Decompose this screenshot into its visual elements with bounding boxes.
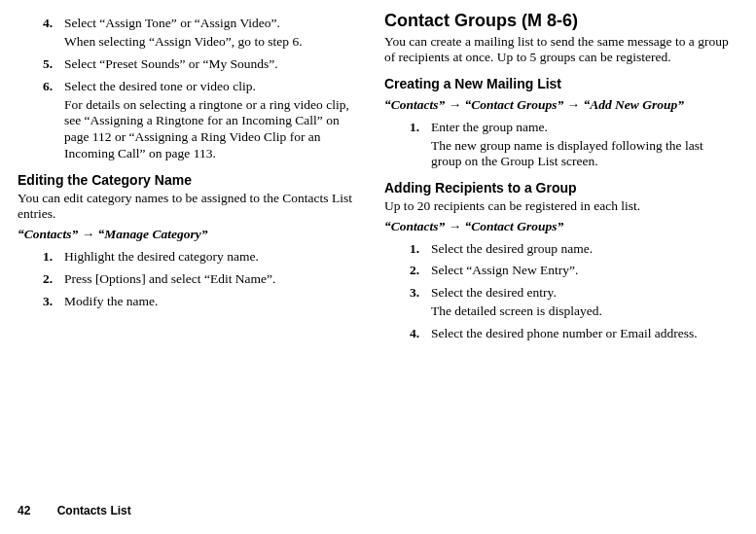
- creating-mailing-list-heading: Creating a New Mailing List: [384, 76, 730, 93]
- arrow-icon: →: [449, 97, 462, 112]
- path-part: “Manage Category”: [98, 227, 208, 241]
- add-step-3-note: The detailed screen is displayed.: [431, 303, 730, 320]
- step-6-note: For details on selecting a ringtone or a…: [64, 97, 363, 163]
- step-number: 1.: [43, 249, 64, 266]
- adding-recipients-heading: Adding Recipients to a Group: [384, 180, 730, 197]
- step-6: 6. Select the desired tone or video clip…: [43, 79, 363, 95]
- step-number: 2.: [43, 271, 64, 288]
- page-footer: 42 Contacts List: [18, 504, 131, 518]
- create-step-1: 1. Enter the group name.: [410, 120, 730, 136]
- page-number: 42: [18, 504, 30, 517]
- contact-groups-heading: Contact Groups (M 8-6): [384, 10, 730, 32]
- step-text: Enter the group name.: [431, 120, 730, 136]
- step-number: 3.: [410, 285, 431, 302]
- editing-category-path: “Contacts” → “Manage Category”: [18, 227, 363, 243]
- contact-groups-intro: You can create a mailing list to send th…: [384, 34, 730, 67]
- step-number: 6.: [43, 79, 64, 95]
- create-step-1-note: The new group name is displayed followin…: [431, 138, 730, 171]
- right-column: Contact Groups (M 8-6) You can create a …: [384, 10, 730, 344]
- path-part: “Contact Groups”: [465, 97, 564, 112]
- step-text: Press [Options] and select “Edit Name”.: [64, 271, 363, 288]
- step-text: Select the desired entry.: [431, 285, 730, 302]
- step-number: 2.: [410, 263, 431, 279]
- page: 4. Select “Assign Tone” or “Assign Video…: [0, 0, 756, 534]
- step-text: Select the desired tone or video clip.: [64, 79, 363, 95]
- step-text: Select the desired group name.: [431, 241, 730, 258]
- step-4-note: When selecting “Assign Video”, go to ste…: [64, 34, 363, 51]
- path-part: “Contacts”: [384, 97, 445, 112]
- step-5: 5. Select “Preset Sounds” or “My Sounds”…: [43, 56, 363, 73]
- arrow-icon: →: [567, 97, 581, 112]
- section-name: Contacts List: [57, 504, 131, 517]
- creating-mailing-list-path: “Contacts” → “Contact Groups” → “Add New…: [384, 97, 730, 114]
- edit-step-1: 1. Highlight the desired category name.: [43, 249, 363, 266]
- editing-category-heading: Editing the Category Name: [18, 172, 363, 190]
- add-step-3: 3. Select the desired entry.: [410, 285, 730, 302]
- adding-recipients-path: “Contacts” → “Contact Groups”: [384, 219, 730, 235]
- step-number: 1.: [410, 241, 431, 258]
- step-4: 4. Select “Assign Tone” or “Assign Video…: [43, 16, 363, 32]
- step-number: 5.: [43, 56, 64, 73]
- adding-recipients-desc: Up to 20 recipients can be registered in…: [384, 198, 730, 215]
- arrow-icon: →: [449, 219, 462, 233]
- arrow-icon: →: [82, 227, 95, 241]
- heading-text: Contact Groups: [384, 11, 517, 30]
- step-text: Highlight the desired category name.: [64, 249, 363, 266]
- edit-step-3: 3. Modify the name.: [43, 294, 363, 310]
- step-number: 1.: [410, 120, 431, 136]
- left-column: 4. Select “Assign Tone” or “Assign Video…: [18, 10, 363, 344]
- edit-step-2: 2. Press [Options] and select “Edit Name…: [43, 271, 363, 288]
- step-text: Select “Assign New Entry”.: [431, 263, 730, 279]
- editing-category-desc: You can edit category names to be assign…: [18, 191, 363, 224]
- add-step-2: 2. Select “Assign New Entry”.: [410, 263, 730, 279]
- step-text: Modify the name.: [64, 294, 363, 310]
- menu-code: (M 8-6): [517, 11, 578, 30]
- add-step-1: 1. Select the desired group name.: [410, 241, 730, 258]
- add-step-4: 4. Select the desired phone number or Em…: [410, 326, 730, 342]
- step-number: 4.: [410, 326, 431, 342]
- path-part: “Contacts”: [384, 219, 445, 233]
- path-part: “Contact Groups”: [465, 219, 564, 233]
- content-columns: 4. Select “Assign Tone” or “Assign Video…: [18, 10, 738, 344]
- step-text: Select “Preset Sounds” or “My Sounds”.: [64, 56, 363, 73]
- path-part: “Add New Group”: [583, 97, 684, 112]
- path-part: “Contacts”: [18, 227, 78, 241]
- step-number: 4.: [43, 16, 64, 32]
- step-text: Select the desired phone number or Email…: [431, 326, 730, 342]
- step-text: Select “Assign Tone” or “Assign Video”.: [64, 16, 363, 32]
- step-number: 3.: [43, 294, 64, 310]
